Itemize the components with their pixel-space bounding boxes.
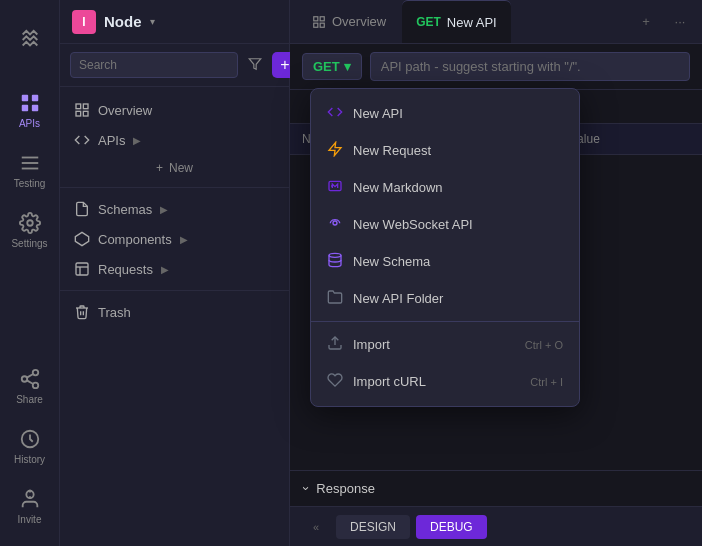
new-websocket-icon [327,215,343,234]
design-tab[interactable]: DESIGN [336,515,410,539]
nav-item-requests[interactable]: Requests ▶ [60,254,289,284]
dropdown-new-schema[interactable]: New Schema [311,243,579,280]
nav-item-overview[interactable]: Overview [60,95,289,125]
dropdown-new-websocket-label: New WebSocket API [353,217,473,232]
import-icon [327,335,343,354]
testing-icon-item[interactable]: Testing [0,140,60,200]
schemas-expand-arrow: ▶ [160,204,168,215]
dropdown-new-api[interactable]: New API [311,95,579,132]
dropdown-new-request[interactable]: New Request [311,132,579,169]
app-dropdown-arrow[interactable]: ▾ [150,16,155,27]
invite-icon-item[interactable]: Invite [0,476,60,536]
dropdown-new-folder[interactable]: New API Folder [311,280,579,317]
svg-marker-22 [75,232,88,245]
tab-add-button[interactable]: + [632,8,660,36]
svg-line-12 [26,373,32,377]
share-icon-item[interactable]: Share [0,356,60,416]
apis-label: APIs [19,118,40,129]
svg-line-11 [26,380,32,384]
dropdown-import-curl[interactable]: Import cURL Ctrl + I [311,363,579,400]
invite-label: Invite [18,514,42,525]
svg-rect-28 [314,23,318,27]
dropdown-new-request-label: New Request [353,143,431,158]
testing-label: Testing [14,178,46,189]
nav-divider [60,187,289,188]
svg-point-32 [333,221,337,225]
nav-apis-label: APIs [98,133,125,148]
svg-rect-27 [320,16,324,20]
logo-icon-item[interactable] [0,10,60,70]
method-select[interactable]: GET ▾ [302,53,362,80]
app-title: Node [104,13,142,30]
url-input[interactable] [370,52,690,81]
search-input[interactable] [70,52,238,78]
svg-rect-0 [21,94,27,100]
svg-rect-18 [76,104,81,109]
svg-rect-29 [320,23,324,27]
nav-item-apis[interactable]: APIs ▶ [60,125,289,155]
tab-bar: Overview GET New API + ··· [290,0,702,44]
svg-rect-3 [31,104,37,110]
tab-overview-label: Overview [332,14,386,29]
method-value: GET [313,59,340,74]
history-icon-item[interactable]: History [0,416,60,476]
requests-expand-arrow: ▶ [161,264,169,275]
nav-overview-label: Overview [98,103,152,118]
svg-rect-23 [76,263,88,275]
history-label: History [14,454,45,465]
nav-item-components[interactable]: Components ▶ [60,224,289,254]
debug-tab[interactable]: DEBUG [416,515,487,539]
sidebar-icons: APIs Testing Settings Share History [0,0,60,546]
svg-rect-1 [31,94,37,100]
nav-divider-2 [60,290,289,291]
dropdown-menu: New API New Request New Markdown [310,88,580,407]
dropdown-new-markdown[interactable]: New Markdown [311,169,579,206]
tab-more-button[interactable]: ··· [666,8,694,36]
filter-icon[interactable] [244,53,266,78]
svg-marker-30 [329,142,341,155]
method-arrow: ▾ [344,59,351,74]
tab-new-api[interactable]: GET New API [402,0,511,43]
components-expand-arrow: ▶ [180,234,188,245]
tab-overview[interactable]: Overview [298,0,400,43]
bottom-bar: « DESIGN DEBUG [290,506,702,546]
get-badge: GET [416,15,441,29]
nav-items: Overview APIs ▶ + New Schemas ▶ [60,87,289,546]
response-header[interactable]: › Response [304,481,688,496]
svg-rect-2 [21,104,27,110]
dropdown-new-websocket[interactable]: New WebSocket API [311,206,579,243]
nav-item-trash[interactable]: Trash [60,297,289,327]
new-folder-icon [327,289,343,308]
nav-item-schemas[interactable]: Schemas ▶ [60,194,289,224]
settings-icon-item[interactable]: Settings [0,200,60,260]
svg-point-10 [32,382,38,388]
tab-new-api-label: New API [447,15,497,30]
nav-components-label: Components [98,232,172,247]
url-bar: GET ▾ [290,44,702,90]
svg-rect-19 [83,104,88,109]
nav-new-button[interactable]: + New [68,155,281,181]
svg-point-8 [32,369,38,375]
dropdown-new-folder-label: New API Folder [353,291,443,306]
bottom-chevron-button[interactable]: « [302,513,330,541]
dropdown-import[interactable]: Import Ctrl + O [311,326,579,363]
svg-marker-17 [249,58,261,69]
nav-trash-label: Trash [98,305,131,320]
new-markdown-icon [327,178,343,197]
svg-rect-26 [314,16,318,20]
apis-icon-item[interactable]: APIs [0,80,60,140]
new-request-icon [327,141,343,160]
share-label: Share [16,394,43,405]
app-icon: I [72,10,96,34]
svg-point-7 [27,220,33,226]
sidebar-header: I Node ▾ [60,0,289,44]
response-label: Response [316,481,375,496]
svg-rect-21 [83,111,88,116]
response-section: › Response [290,470,702,506]
new-api-icon [327,104,343,123]
svg-point-9 [21,376,27,382]
sidebar-nav: I Node ▾ + Overview APIs ▶ [60,0,290,546]
dropdown-import-curl-label: Import cURL [353,374,426,389]
apis-expand-arrow: ▶ [133,135,141,146]
import-shortcut: Ctrl + O [525,339,563,351]
